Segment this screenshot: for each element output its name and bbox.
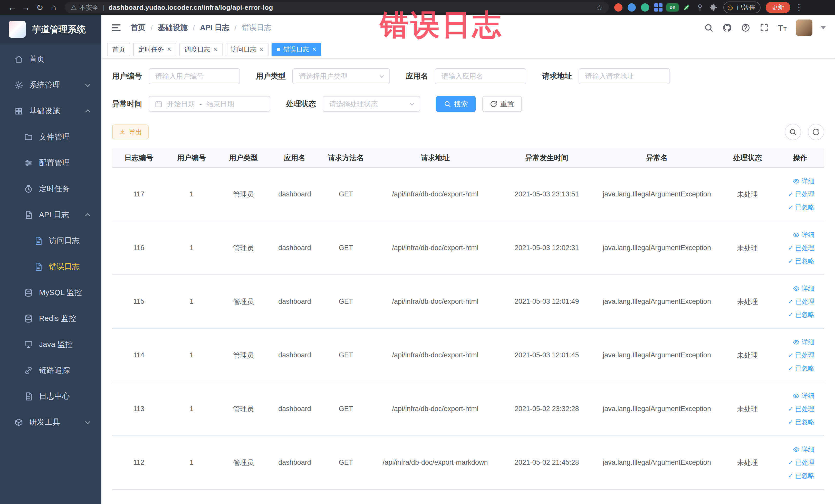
breadcrumb-separator: / [193, 24, 195, 32]
sidebar-item-trace[interactable]: 链路追踪 [0, 357, 101, 383]
filter-label: 用户类型 [256, 71, 286, 81]
refresh-button[interactable] [808, 124, 824, 140]
cell-app-name: dashboard [269, 328, 320, 382]
exception-time-range[interactable]: 开始日期 - 结束日期 [149, 96, 270, 112]
sidebar-item-error-log[interactable]: 错误日志 [0, 254, 101, 280]
mark-processed-link[interactable]: ✓已处理 [788, 351, 814, 360]
update-button[interactable]: 更新 [766, 2, 790, 13]
breadcrumb-infra[interactable]: 基础设施 [158, 23, 188, 33]
breadcrumb-api-log[interactable]: API 日志 [200, 23, 229, 33]
mark-ignored-link[interactable]: ✓已忽略 [788, 418, 814, 426]
end-date-placeholder[interactable]: 结束日期 [206, 99, 234, 108]
detail-link[interactable]: 详细 [793, 338, 814, 346]
detail-link[interactable]: 详细 [793, 177, 814, 185]
sidebar-item-config-manage[interactable]: 配置管理 [0, 150, 101, 176]
omnibox[interactable]: ⚠ 不安全 | dashboard.yudao.iocoder.cn/infra… [65, 2, 609, 13]
blue-circle-icon [628, 3, 636, 12]
extension-icon-2[interactable] [626, 2, 637, 13]
font-size-icon[interactable] [777, 23, 788, 33]
close-icon[interactable]: × [312, 46, 316, 53]
bookmark-star-icon[interactable]: ☆ [596, 3, 603, 12]
search-icon[interactable] [704, 23, 714, 33]
sidebar-item-label: 错误日志 [49, 261, 80, 272]
extension-icon-6[interactable] [695, 2, 705, 13]
user-type-select[interactable]: 请选择用户类型 [292, 68, 390, 84]
extension-icon-4[interactable] [653, 2, 664, 13]
help-icon[interactable] [740, 23, 751, 33]
sidebar-item-home[interactable]: 首页 [0, 46, 101, 72]
fullscreen-icon[interactable] [759, 23, 769, 33]
tab-home[interactable]: 首页 [107, 43, 130, 56]
detail-link[interactable]: 详细 [793, 284, 814, 293]
cell-user-id: 1 [165, 275, 218, 328]
close-icon[interactable]: × [260, 46, 264, 53]
start-date-placeholder[interactable]: 开始日期 [167, 99, 195, 108]
sidebar-logo[interactable]: 芋道管理系统 [0, 15, 101, 44]
browser-menu-icon[interactable]: ⋮ [795, 3, 803, 12]
mark-ignored-link[interactable]: ✓已忽略 [788, 257, 814, 265]
detail-link[interactable]: 详细 [793, 445, 814, 454]
export-button[interactable]: 导出 [112, 124, 149, 139]
sidebar-item-dev-tools[interactable]: 研发工具 [0, 409, 101, 435]
request-url-input[interactable] [578, 68, 670, 84]
detail-link[interactable]: 详细 [793, 230, 814, 239]
toggle-search-button[interactable] [785, 124, 801, 140]
sidebar-item-infra[interactable]: 基础设施 [0, 98, 101, 124]
home-button[interactable]: ⌂ [47, 2, 61, 13]
hamburger-icon[interactable] [110, 22, 122, 33]
sidebar-item-redis-monitor[interactable]: Redis 监控 [0, 305, 101, 331]
mark-processed-link[interactable]: ✓已处理 [788, 190, 814, 199]
mark-ignored-link[interactable]: ✓已忽略 [788, 364, 814, 372]
mark-processed-link[interactable]: ✓已处理 [788, 405, 814, 413]
sidebar-item-java-monitor[interactable]: Java 监控 [0, 331, 101, 357]
sidebar-menu: 首页 系统管理 基础设施 文件管理 配置管理 [0, 44, 101, 504]
tab-access-log[interactable]: 访问日志 × [226, 43, 269, 56]
search-button[interactable]: 搜索 [436, 96, 476, 112]
breadcrumb-home[interactable]: 首页 [131, 23, 145, 33]
extension-icon-5[interactable] [681, 2, 692, 13]
process-status-select[interactable]: 请选择处理状态 [323, 96, 420, 112]
mark-processed-link[interactable]: ✓已处理 [788, 244, 814, 252]
close-icon[interactable]: × [213, 46, 218, 53]
caret-down-icon[interactable] [821, 26, 826, 29]
sidebar-item-scheduled-tasks[interactable]: 定时任务 [0, 176, 101, 202]
tab-error-log[interactable]: 错误日志 × [271, 43, 321, 56]
column-request-url: 请求地址 [372, 148, 499, 167]
back-button[interactable]: ← [5, 2, 19, 13]
column-actions: 操作 [776, 148, 824, 167]
mark-ignored-link[interactable]: ✓已忽略 [788, 471, 814, 480]
avatar[interactable] [796, 20, 812, 36]
user-id-input[interactable] [149, 68, 240, 84]
mark-ignored-link[interactable]: ✓已忽略 [788, 310, 814, 319]
app-title: 芋道管理系统 [32, 23, 86, 36]
extensions-puzzle-icon[interactable] [708, 2, 719, 13]
tab-scheduled-tasks[interactable]: 定时任务 × [133, 43, 176, 56]
sidebar-item-api-log[interactable]: API 日志 [0, 202, 101, 228]
close-icon[interactable]: × [167, 46, 171, 53]
sidebar-item-system[interactable]: 系统管理 [0, 72, 101, 98]
extension-icon-1[interactable] [613, 2, 624, 13]
sidebar-item-mysql-monitor[interactable]: MySQL 监控 [0, 280, 101, 305]
app-name-input[interactable] [435, 68, 526, 84]
forward-button[interactable]: → [19, 2, 33, 13]
security-badge[interactable]: 不安全 [79, 3, 99, 12]
extension-icon-3[interactable] [640, 2, 650, 13]
mark-processed-link[interactable]: ✓已处理 [788, 297, 814, 306]
reload-button[interactable]: ↻ [33, 2, 47, 13]
sidebar-item-access-log[interactable]: 访问日志 [0, 228, 101, 254]
detail-link[interactable]: 详细 [793, 391, 814, 400]
sidebar-item-file-manage[interactable]: 文件管理 [0, 124, 101, 150]
tab-schedule-log[interactable]: 调度日志 × [179, 43, 223, 56]
url-text[interactable]: dashboard.yudao.iocoder.cn/infra/log/api… [108, 4, 273, 12]
github-icon[interactable] [722, 23, 732, 33]
reset-button[interactable]: 重置 [482, 96, 522, 112]
sidebar-item-log-center[interactable]: 日志中心 [0, 383, 101, 409]
eye-icon [793, 285, 799, 292]
mark-processed-link[interactable]: ✓已处理 [788, 458, 814, 467]
tab-label: 访问日志 [231, 45, 257, 54]
mark-ignored-link[interactable]: ✓已忽略 [788, 203, 814, 211]
check-icon: ✓ [788, 460, 793, 466]
sidebar-item-label: 定时任务 [39, 184, 70, 194]
profile-chip[interactable]: ☺ 已暂停 [724, 2, 760, 13]
extension-on-badge[interactable]: on [666, 3, 679, 12]
